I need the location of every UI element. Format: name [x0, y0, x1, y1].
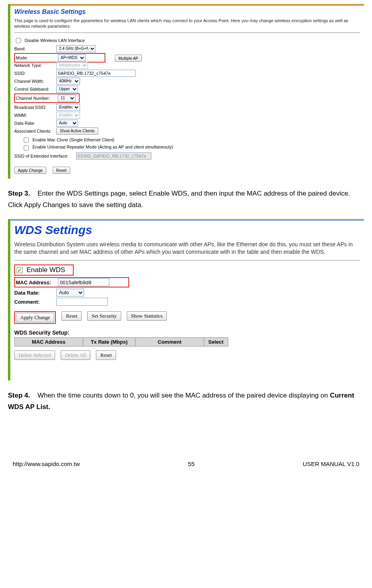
page-footer: http://www.sapido.com.tw 55 USER MANUAL … [8, 461, 364, 467]
network-type-select: Infrastructure [56, 62, 88, 69]
delete-selected-button: Delete Selected [14, 350, 55, 360]
multiple-ap-button[interactable]: Multiple AP [115, 55, 142, 62]
ssid-ext-label: SSID of Extended Interface: [14, 154, 74, 158]
channel-number-label: Channel Number: [16, 96, 55, 101]
control-sideband-label: Control Sideband: [14, 87, 54, 91]
th-mac: MAC Address [15, 338, 83, 346]
panel-top-bar [10, 5, 364, 6]
wds-apply-button[interactable]: Apply Change [16, 313, 54, 322]
wds-mac-input[interactable] [58, 278, 109, 286]
wds-set-security-button[interactable]: Set Security [87, 311, 121, 321]
band-select[interactable]: 2.4 GHz (B+G+N) [56, 45, 96, 52]
mode-label: Mode: [16, 55, 55, 60]
step-4-paragraph: Step 4. When the time counts down to 0, … [8, 390, 364, 413]
wds-security-table: MAC Address Tx Rate (Mbps) Comment Selec… [14, 337, 228, 346]
step-4-text-a: When the time counts down to 0, you will… [38, 392, 330, 399]
mac-clone-checkbox[interactable] [24, 137, 29, 143]
wds-reset-button[interactable]: Reset [61, 311, 82, 321]
ssid-input[interactable] [56, 70, 135, 77]
wds-title: WDS Settings [14, 223, 360, 237]
channel-width-select[interactable]: 40MHz [56, 78, 80, 85]
ssid-label: SSID: [14, 71, 54, 76]
show-active-clients-button[interactable]: Show Active Clients [56, 127, 98, 135]
broadcast-ssid-select[interactable]: Enabled [56, 104, 80, 111]
wds-data-rate-label: Data Rate: [14, 290, 54, 296]
data-rate-label: Data Rate: [14, 121, 54, 126]
wmm-select: Enabled [56, 112, 80, 119]
enable-wds-label: Enable WDS [27, 266, 65, 274]
wds-settings-panel: WDS Settings Wireless Distribution Syste… [8, 219, 364, 381]
step-3-text: Enter the WDS Settings page, select Enab… [8, 190, 350, 209]
divider-2 [14, 260, 360, 261]
disable-wlan-label: Disable Wireless LAN Interface [25, 38, 85, 43]
reset-button[interactable]: Reset [53, 167, 70, 174]
channel-number-select[interactable]: 11 [58, 95, 76, 102]
wireless-desc: This page is used to configure the param… [14, 18, 360, 29]
network-type-label: Network Type: [14, 63, 54, 68]
wds-security-setup-label: WDS Security Setup: [14, 329, 360, 336]
wireless-basic-settings-panel: Wireless Basic Settings This page is use… [8, 4, 364, 179]
enable-wds-checkbox[interactable]: ✓ [17, 267, 23, 273]
mac-clone-label: Enable Mac Clone (Single Ethernet Client… [32, 137, 114, 142]
footer-page: 55 [188, 461, 195, 467]
step-3-paragraph: Step 3. Enter the WDS Settings page, sel… [8, 188, 364, 211]
wds-data-rate-select[interactable]: Auto [56, 289, 84, 297]
apply-change-button[interactable]: Apply Change [14, 167, 46, 174]
broadcast-ssid-label: Broadcast SSID: [14, 105, 54, 110]
wds-reset2-button[interactable]: Reset [96, 350, 116, 360]
th-select: Select [204, 338, 228, 346]
disable-wlan-checkbox[interactable] [16, 38, 21, 43]
data-rate-select[interactable]: Auto [56, 120, 78, 127]
ssid-ext-input [76, 152, 151, 160]
wmm-label: WMM: [14, 113, 54, 118]
wds-show-stats-button[interactable]: Show Statistics [127, 311, 167, 321]
step-3-label: Step 3. [8, 190, 30, 197]
univ-repeater-label: Enable Universal Repeater Mode (Acting a… [32, 145, 173, 149]
wds-desc: Wireless Distribution System uses wirele… [14, 241, 360, 256]
assoc-clients-label: Associated Clients: [14, 129, 54, 133]
delete-all-button: Delete All [61, 350, 90, 360]
th-tx: Tx Rate (Mbps) [83, 338, 135, 346]
footer-manual: USER MANUAL V1.0 [303, 461, 359, 467]
control-sideband-select[interactable]: Upper [56, 86, 78, 93]
panel-top-bar-2 [10, 220, 364, 221]
band-label: Band: [14, 46, 54, 51]
wireless-title: Wireless Basic Settings [14, 8, 360, 15]
univ-repeater-checkbox[interactable] [24, 145, 29, 150]
divider [14, 32, 360, 33]
th-comment: Comment [135, 338, 204, 346]
wds-comment-label: Comment: [14, 299, 54, 305]
wds-mac-label: MAC Address: [16, 280, 55, 285]
mode-select[interactable]: AP+WDS [58, 54, 86, 61]
channel-width-label: Channel Width: [14, 79, 54, 84]
footer-url: http://www.sapido.com.tw [13, 461, 80, 467]
wds-comment-input[interactable] [56, 298, 108, 306]
step-4-label: Step 4. [8, 392, 30, 399]
